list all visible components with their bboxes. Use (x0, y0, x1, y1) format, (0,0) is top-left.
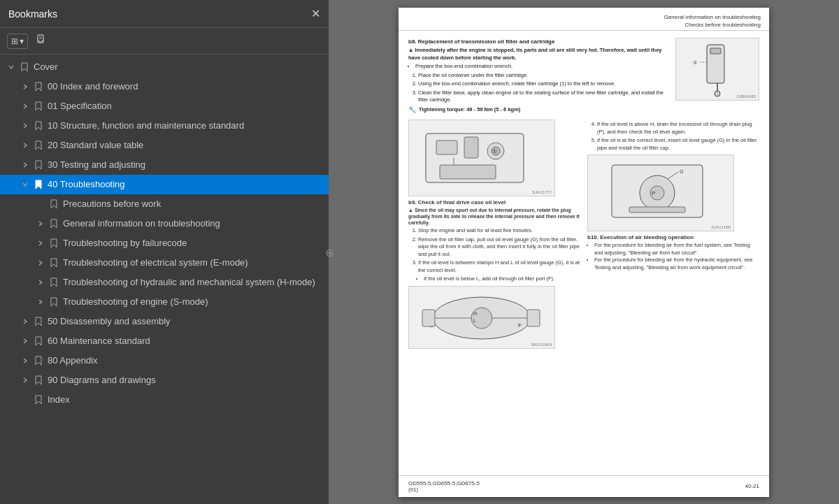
bookmark-icon (49, 296, 59, 308)
bookmark-icon (34, 159, 43, 171)
grid-icon: ⊞ (11, 36, 18, 46)
bookmark-label: Cover (34, 62, 323, 73)
bookmark-item-troubleshooting-engine[interactable]: Troubleshooting of engine (S-mode) (0, 292, 329, 312)
bookmark-icon (34, 375, 43, 386)
img-b9: G F H L B4G11893 (408, 286, 555, 349)
bullet-item: For the procedure for bleeding air from … (594, 257, 759, 271)
bookmark-item-general-info[interactable]: General information on troubleshooting (0, 214, 329, 233)
bookmark-icon (49, 277, 59, 288)
bookmarks-panel: Bookmarks ✕ ⊞ ▾ Cover00 Index and forewo… (0, 0, 329, 504)
bookmark-icon (49, 257, 59, 268)
bookmark-icon (34, 101, 43, 112)
header-line1: General information on troubleshooting (407, 13, 761, 21)
bookmarks-header: Bookmarks ✕ (0, 0, 329, 28)
page-content: b8. Replacement of transmission oil filt… (399, 31, 769, 475)
footer-left: GD555-5,GD655-5,GD675-5 (01) (408, 480, 480, 493)
step-item: Place the oil container under the filter… (418, 72, 668, 80)
bookmark-item-20-standard[interactable]: 20 Standard value table (0, 136, 329, 155)
final-drive-drawing: G F H L (412, 289, 552, 346)
svg-point-6 (715, 91, 720, 96)
cartridge-drawing: ① (679, 41, 756, 97)
section-b9-warning: ▲ Since the oil may spurt out due to int… (408, 207, 580, 226)
bookmark-item-00-index[interactable]: 00 Index and foreword (0, 77, 329, 96)
img4-label: B4G11893 (531, 343, 552, 347)
expand-icon (20, 101, 31, 112)
bookmark-icon (34, 140, 43, 151)
right-col: If the oil level is above H, drain the e… (587, 120, 759, 349)
svg-rect-4 (710, 48, 721, 54)
bookmark-item-01-spec[interactable]: 01 Specification (0, 96, 329, 116)
bookmark-label: Troubleshooting of electrical system (E-… (63, 257, 323, 268)
bookmark-item-90-diagrams[interactable]: 90 Diagrams and drawings (0, 370, 329, 390)
bookmark-label: Index (48, 394, 323, 405)
bookmark-tag-button[interactable] (32, 32, 52, 50)
left-col: ① SJA11777 b9. Check of final drive case… (408, 120, 580, 349)
page-container: General information on troubleshooting C… (399, 8, 769, 497)
bookmark-item-troubleshooting-failurecode[interactable]: Troubleshooting by failurecode (0, 233, 329, 253)
step-item: If the oil level is above H, drain the e… (597, 121, 759, 136)
expand-icon (35, 257, 46, 268)
footer-model: GD555-5,GD655-5,GD675-5 (408, 480, 480, 487)
bookmark-label: 10 Structure, function and maintenance s… (48, 120, 323, 131)
bookmark-item-index[interactable]: Index (0, 390, 329, 410)
section-b8-title: b8. Replacement of transmission oil filt… (408, 38, 668, 45)
bookmark-item-troubleshooting-hydraulic[interactable]: Troubleshooting of hydraulic and mechani… (0, 273, 329, 292)
bookmark-label: 90 Diagrams and drawings (48, 375, 323, 386)
bookmark-item-cover[interactable]: Cover (0, 57, 329, 77)
bookmark-label: Troubleshooting of hydraulic and mechani… (63, 277, 323, 288)
section-b9-title: b9. Check of final drive case oil level (408, 199, 580, 206)
bookmark-item-troubleshooting-electrical[interactable]: Troubleshooting of electrical system (E-… (0, 253, 329, 273)
bookmark-icon (49, 199, 59, 210)
footer-sub: (01) (408, 487, 480, 493)
expand-icon (20, 179, 31, 190)
chevron-down-icon: ▾ (20, 36, 24, 46)
section-b9: b9. Check of final drive case oil level … (408, 199, 580, 349)
img-b8-drain: P G SJA11186 (587, 154, 734, 231)
expand-icon (20, 159, 31, 171)
img1-label: SJB00435 (736, 94, 756, 99)
view-options-button[interactable]: ⊞ ▾ (7, 34, 28, 49)
drain-drawing: P G (591, 158, 731, 228)
bookmark-icon (34, 355, 43, 366)
svg-rect-11 (464, 137, 478, 158)
close-button[interactable]: ✕ (311, 8, 320, 20)
expand-icon (35, 277, 46, 288)
bookmark-icon (34, 316, 43, 327)
bookmark-label: 80 Appendix (48, 355, 323, 366)
expand-icon (20, 375, 31, 386)
drag-handle[interactable]: ⊕ (325, 245, 334, 259)
section-b8-bullet1: Prepare the box-end combination wrench. (415, 63, 668, 71)
step-item: If the oil level is between stamps H and… (418, 259, 580, 274)
bookmark-icon (34, 179, 43, 190)
bookmark-label: 30 Testing and adjusting (48, 159, 323, 171)
bookmark-item-40-troubleshooting[interactable]: 40 Troubleshooting (0, 175, 329, 194)
expand-icon (20, 120, 31, 131)
bookmarks-title: Bookmarks (8, 8, 57, 20)
step-item: Remove the oil filler cap, pull out oil … (418, 236, 580, 259)
img3-label: SJA11186 (711, 225, 731, 229)
bookmark-item-60-maintenance[interactable]: 60 Maintenance standard (0, 331, 329, 351)
bookmark-label: 00 Index and foreword (48, 81, 323, 92)
expand-icon (35, 296, 46, 308)
bookmark-item-precautions[interactable]: Precautions before work (0, 194, 329, 214)
bookmark-item-30-testing[interactable]: 30 Testing and adjusting (0, 155, 329, 175)
svg-rect-16 (440, 165, 496, 179)
svg-text:H: H (473, 311, 477, 316)
svg-rect-10 (436, 141, 457, 154)
expand-icon (35, 238, 46, 249)
section-b10: b10. Execution of air bleeding operation… (587, 234, 759, 271)
section-b8-steps-right: If the oil level is above H, drain the e… (587, 121, 759, 152)
section-b10-title: b10. Execution of air bleeding operation (587, 234, 759, 240)
header-line2: Checks before troubleshooting (407, 21, 761, 29)
bookmark-item-50-disassembly[interactable]: 50 Disassembly and assembly (0, 312, 329, 331)
bookmark-item-80-appendix[interactable]: 80 Appendix (0, 351, 329, 370)
section-b8-warning: ▲ Immediately after the engine is stoppe… (408, 47, 668, 62)
expand-icon (20, 355, 31, 366)
step-item: Clean the filter base, apply clean engin… (418, 89, 668, 104)
svg-rect-25 (422, 310, 435, 326)
torque-spec: 🔧 Tightening torque: 49 - 59 Nm (5 - 6 k… (408, 106, 668, 115)
step-sub-bullet: If the oil level is below L, add oil thr… (424, 275, 580, 283)
engine-drawing: ① (412, 123, 552, 193)
svg-text:L: L (473, 318, 476, 323)
bookmark-item-10-structure[interactable]: 10 Structure, function and maintenance s… (0, 116, 329, 136)
